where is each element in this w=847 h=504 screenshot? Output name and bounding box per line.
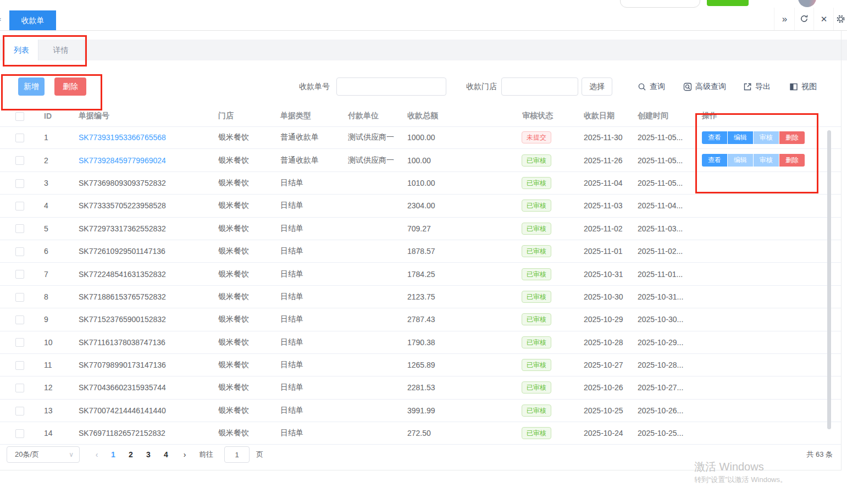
cell-amount: 2281.53	[402, 383, 517, 392]
top-green-button[interactable]	[707, 0, 749, 6]
action-audit-button[interactable]: 审核	[754, 131, 779, 144]
row-checkbox[interactable]	[15, 315, 24, 324]
table-row: 8SK771886153765752832银米餐饮日结单2123.75已审核20…	[0, 286, 841, 308]
cell-created-time: 2025-11-02...	[632, 247, 696, 256]
delete-button[interactable]: 删除	[54, 77, 86, 96]
action-edit-button[interactable]: 编辑	[728, 154, 753, 167]
table-row: 12SK770436602315935744银米餐饮日结单2281.53已审核2…	[0, 376, 841, 399]
cell-receipt-date: 2025-10-28	[578, 338, 632, 347]
doc-no-text: SK771886153765752832	[79, 292, 166, 301]
cell-created-time: 2025-10-25...	[632, 429, 696, 437]
tab-detail[interactable]: 详情	[37, 40, 85, 60]
gear-icon[interactable]	[833, 8, 847, 30]
cell-amount: 1878.57	[402, 247, 517, 256]
cell-id: 3	[38, 179, 73, 187]
export-button[interactable]: 导出	[743, 77, 771, 96]
cell-doc-type: 日结单	[275, 337, 342, 347]
column-header-4: 单据类型	[275, 111, 342, 121]
chevron-down-icon: ∨	[69, 447, 74, 462]
cell-payer: 测试供应商一	[342, 132, 402, 142]
row-checkbox[interactable]	[15, 361, 24, 370]
cell-created-time: 2025-11-03...	[632, 224, 696, 233]
action-audit-button[interactable]: 审核	[754, 154, 779, 167]
tab-list[interactable]: 列表	[4, 40, 38, 60]
close-icon[interactable]: ✕	[813, 8, 834, 30]
action-delete-button[interactable]: 删除	[779, 154, 805, 167]
row-checkbox[interactable]	[15, 429, 24, 438]
add-button[interactable]: 新增	[18, 77, 45, 96]
store-input[interactable]	[501, 77, 578, 96]
page-number-4[interactable]: 4	[157, 446, 175, 463]
doc-no-text: SK770798990173147136	[79, 361, 166, 369]
cell-id: 7	[38, 270, 73, 279]
view-layout-button[interactable]: 视图	[789, 77, 817, 96]
vertical-scrollbar[interactable]	[827, 130, 831, 429]
row-checkbox[interactable]	[15, 293, 24, 302]
row-checkbox[interactable]	[15, 156, 24, 165]
row-checkbox[interactable]	[15, 270, 24, 279]
status-badge: 已审核	[522, 291, 551, 303]
page-number-2[interactable]: 2	[122, 446, 140, 463]
prev-page-button[interactable]: ‹	[91, 446, 102, 463]
table-row: 10SK771161378038747136银米餐饮日结单1790.38已审核2…	[0, 331, 841, 354]
table-row: 9SK771523765900152832银米餐饮日结单2787.43已审核20…	[0, 308, 841, 331]
row-checkbox[interactable]	[15, 224, 24, 233]
page-size-select[interactable]: 20条/页 ∨	[7, 446, 80, 463]
cell-store: 银米餐饮	[213, 132, 275, 142]
action-view-button[interactable]: 查看	[702, 154, 727, 167]
action-delete-button[interactable]: 删除	[779, 131, 805, 144]
action-edit-button[interactable]: 编辑	[728, 131, 753, 144]
cell-actions: 查看编辑审核删除	[696, 131, 841, 144]
table-row: 3SK773698093093752832银米餐饮日结单1010.00已审核20…	[0, 172, 841, 195]
page-number-3[interactable]: 3	[140, 446, 157, 463]
row-checkbox[interactable]	[15, 247, 24, 256]
cell-doc-no: SK771161378038747136	[73, 338, 213, 347]
doc-no-link[interactable]: SK773931953366765568	[79, 133, 166, 142]
action-view-button[interactable]: 查看	[702, 131, 727, 144]
cell-doc-type: 日结单	[275, 383, 342, 392]
receipt-no-input[interactable]	[336, 77, 446, 96]
top-search-pill[interactable]	[620, 0, 700, 8]
row-checkbox[interactable]	[15, 179, 24, 188]
cell-doc-type: 日结单	[275, 246, 342, 256]
row-checkbox[interactable]	[15, 407, 24, 416]
expand-tabs-icon[interactable]: »	[774, 8, 795, 30]
row-checkbox[interactable]	[15, 134, 24, 142]
action-button-group: 查看编辑审核删除	[702, 154, 805, 167]
select-store-button[interactable]: 选择	[582, 77, 612, 96]
collapse-left-icon[interactable]: «	[0, 8, 1, 30]
query-button[interactable]: 查询	[638, 77, 665, 96]
advanced-query-button[interactable]: 高级查询	[683, 77, 726, 96]
table-row: 5SK772973317362552832银米餐饮日结单709.27已审核202…	[0, 218, 841, 240]
window-tab-receipts[interactable]: 收款单	[9, 10, 56, 30]
goto-page-input[interactable]	[224, 446, 250, 463]
search-icon	[638, 82, 646, 91]
table-row: 14SK769711826572152832银米餐饮日结单272.50已审核20…	[0, 422, 841, 445]
next-page-button[interactable]: ›	[179, 446, 190, 463]
select-all-checkbox[interactable]	[15, 112, 24, 121]
refresh-icon[interactable]	[794, 8, 814, 30]
avatar[interactable]	[798, 0, 816, 7]
cell-doc-no: SK770074214446141440	[73, 406, 213, 415]
page-number-1[interactable]: 1	[104, 446, 122, 463]
cell-actions: 查看编辑审核删除	[696, 154, 841, 167]
cell-id: 9	[38, 315, 73, 324]
cell-amount: 1265.89	[402, 361, 517, 369]
doc-no-link[interactable]: SK773928459779969024	[79, 156, 166, 165]
row-checkbox[interactable]	[15, 202, 24, 211]
doc-no-text: SK770436602315935744	[79, 383, 166, 392]
cell-store: 银米餐饮	[213, 156, 275, 165]
row-checkbox[interactable]	[15, 338, 24, 347]
cell-doc-type: 日结单	[275, 224, 342, 234]
cell-store: 银米餐饮	[213, 246, 275, 256]
column-header-3: 门店	[213, 111, 275, 121]
table-body: 1SK773931953366765568银米餐饮普通收款单测试供应商一1000…	[0, 126, 841, 445]
cell-doc-type: 日结单	[275, 360, 342, 370]
column-header-5: 付款单位	[342, 111, 402, 121]
row-checkbox[interactable]	[15, 384, 24, 392]
advanced-search-icon	[683, 82, 692, 91]
cell-payer: 测试供应商一	[342, 156, 402, 165]
cell-store: 银米餐饮	[213, 178, 275, 188]
table-row: 7SK772248541631352832银米餐饮日结单1784.25已审核20…	[0, 263, 841, 285]
cell-amount: 709.27	[402, 224, 517, 233]
